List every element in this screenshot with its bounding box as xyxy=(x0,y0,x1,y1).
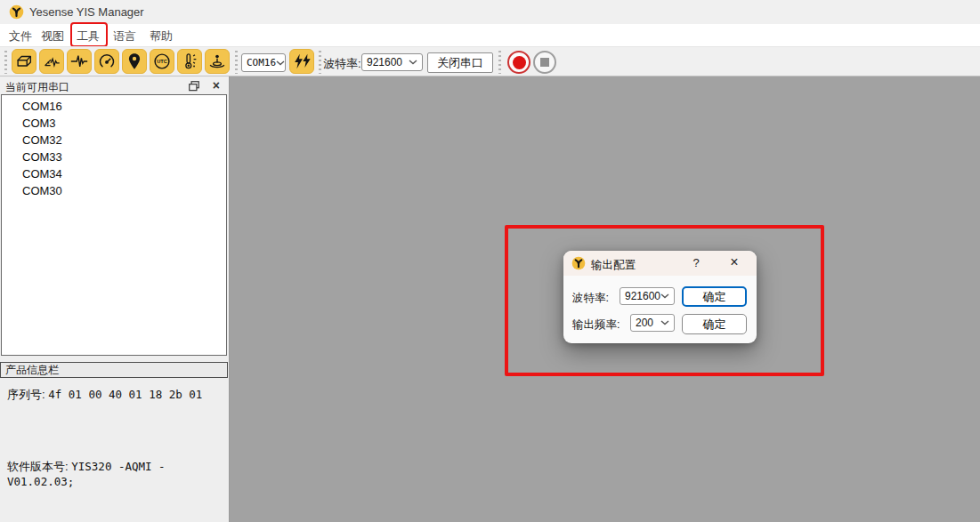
list-item-port[interactable]: COM33 xyxy=(2,149,226,165)
dialog-baud-rate-select[interactable]: 921600 xyxy=(620,287,675,305)
software-version-row: 软件版本号: YIS320 -AQMI -V01.02.03; xyxy=(7,459,229,488)
menu-file[interactable]: 文件 xyxy=(9,28,32,44)
port-select[interactable]: COM16 xyxy=(241,53,286,72)
cube-3d-icon[interactable] xyxy=(12,49,36,74)
baud-rate-select[interactable]: 921600 xyxy=(361,53,423,71)
list-item-port[interactable]: COM30 xyxy=(2,182,226,199)
title-bar: Yesense YIS Manager xyxy=(0,0,980,24)
dock-panel-header: 当前可用串口 × xyxy=(0,77,229,94)
stop-icon xyxy=(540,58,549,67)
available-ports-list[interactable]: COM16 COM3 COM32 COM33 COM34 COM30 xyxy=(1,94,227,356)
list-item-port[interactable]: COM32 xyxy=(2,132,226,149)
close-serial-port-button[interactable]: 关闭串口 xyxy=(427,52,493,73)
serial-number-label: 序列号: xyxy=(7,388,45,401)
menu-view[interactable]: 视图 xyxy=(41,28,64,44)
yesense-logo-icon xyxy=(9,4,24,20)
list-item-port[interactable]: COM34 xyxy=(2,165,226,182)
dialog-output-freq-value: 200 xyxy=(636,317,653,329)
output-config-dialog: 输出配置 ? × 波特率: 921600 确定 输出频率: 200 确定 xyxy=(563,251,757,343)
serial-port-dock-panel: 当前可用串口 × COM16 COM3 COM32 COM33 COM34 CO… xyxy=(0,76,230,522)
close-panel-icon[interactable]: × xyxy=(213,78,220,92)
chevron-down-icon xyxy=(660,293,669,299)
toolbar: UTC COM16 xyxy=(0,46,980,76)
gauge-icon[interactable] xyxy=(94,49,119,74)
dialog-output-freq-select[interactable]: 200 xyxy=(630,314,675,332)
dock-panel-title: 当前可用串口 xyxy=(5,80,69,95)
toolbar-grip[interactable] xyxy=(4,51,7,74)
thermometer-icon[interactable] xyxy=(177,49,202,74)
toolbar-grip[interactable] xyxy=(235,51,238,74)
record-icon xyxy=(513,56,526,69)
float-panel-icon[interactable] xyxy=(188,80,200,92)
chevron-down-icon xyxy=(409,60,417,65)
antenna-icon[interactable] xyxy=(205,49,230,74)
baud-rate-value: 921600 xyxy=(367,56,402,68)
refresh-lightning-icon xyxy=(292,52,312,71)
refresh-ports-button[interactable] xyxy=(289,49,314,74)
list-item-port[interactable]: COM16 xyxy=(2,98,226,115)
menu-help[interactable]: 帮助 xyxy=(150,28,173,44)
port-select-value: COM16 xyxy=(247,57,276,68)
baud-rate-label: 波特率: xyxy=(323,56,361,72)
dialog-baud-rate-label: 波特率: xyxy=(572,291,609,306)
dialog-freq-confirm-button[interactable]: 确定 xyxy=(682,314,747,334)
toolbar-grip[interactable] xyxy=(498,51,501,74)
dialog-baud-rate-value: 921600 xyxy=(625,290,660,302)
dialog-title: 输出配置 xyxy=(591,258,636,273)
software-version-label: 软件版本号: xyxy=(7,460,69,473)
chevron-down-icon xyxy=(276,60,285,66)
record-button[interactable] xyxy=(507,51,530,74)
yesense-logo-icon xyxy=(571,256,586,270)
svg-text:UTC: UTC xyxy=(157,59,167,64)
product-info-panel-title: 产品信息栏 xyxy=(0,362,228,378)
stop-button[interactable] xyxy=(533,51,556,74)
dialog-help-button[interactable]: ? xyxy=(689,256,703,269)
dialog-close-button[interactable]: × xyxy=(726,254,742,270)
menu-language[interactable]: 语言 xyxy=(113,28,136,44)
chevron-down-icon xyxy=(660,320,669,325)
serial-number-row: 序列号: 4f 01 00 40 01 18 2b 01 xyxy=(7,387,202,403)
dialog-baud-confirm-button[interactable]: 确定 xyxy=(682,286,747,307)
dialog-output-freq-label: 输出频率: xyxy=(572,317,620,333)
waveform-icon[interactable] xyxy=(67,49,92,74)
window-title: Yesense YIS Manager xyxy=(29,5,144,19)
toolbar-grip[interactable] xyxy=(319,51,321,74)
list-item-port[interactable]: COM3 xyxy=(2,115,226,132)
attitude-angle-icon[interactable] xyxy=(39,49,64,74)
serial-number-value: 4f 01 00 40 01 18 2b 01 xyxy=(48,388,202,401)
location-pin-icon[interactable] xyxy=(122,49,147,74)
menu-bar: 文件 视图 工具 语言 帮助 xyxy=(0,24,980,46)
utc-clock-icon[interactable]: UTC xyxy=(150,49,174,74)
app-window: Yesense YIS Manager 文件 视图 工具 语言 帮助 xyxy=(0,0,980,522)
dialog-title-bar[interactable]: 输出配置 ? × xyxy=(563,251,757,276)
menu-tools[interactable]: 工具 xyxy=(77,28,100,44)
